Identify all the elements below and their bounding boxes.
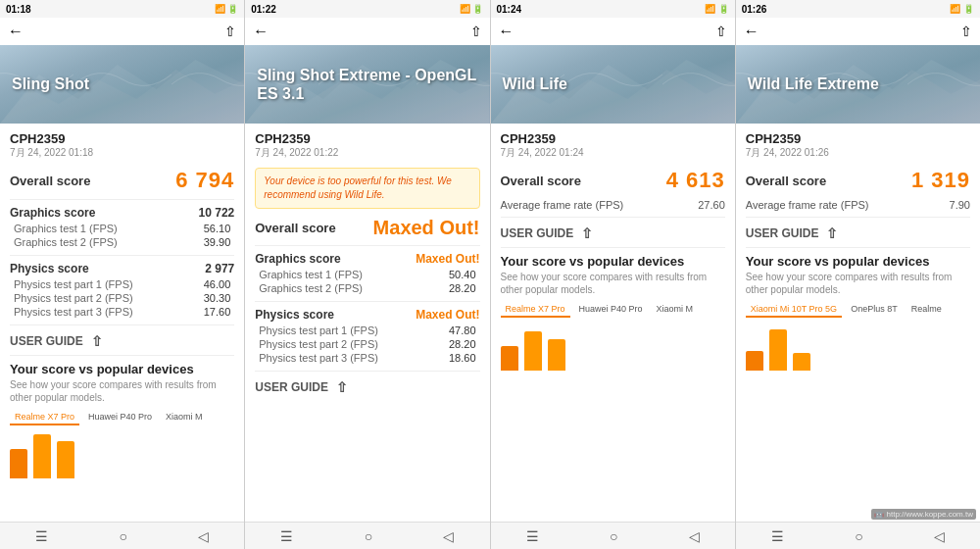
status-icons: 📶 🔋: [215, 4, 239, 14]
score-label: Physics test part 1 (FPS): [259, 324, 378, 336]
nav-icon-2[interactable]: ◁: [934, 528, 945, 544]
nav-icon-2[interactable]: ◁: [689, 528, 700, 544]
hero-title: Wild Life: [503, 75, 568, 93]
share-icon[interactable]: ⇧: [960, 24, 972, 39]
score-label: Graphics test 2 (FPS): [14, 236, 118, 248]
back-icon[interactable]: ←: [8, 23, 24, 40]
popular-subtitle: See how your score compares with results…: [501, 271, 725, 296]
overall-label: Overall score: [501, 174, 581, 188]
bar: [769, 329, 787, 371]
score-value: 39.90: [204, 236, 231, 248]
popular-title: Your score vs popular devices: [10, 362, 234, 376]
nav-icon-2[interactable]: ◁: [443, 528, 454, 544]
score-row-1-2: Physics test part 3 (FPS) 18.60: [255, 351, 479, 365]
overall-value: 6 794: [175, 168, 234, 193]
back-icon[interactable]: ←: [253, 23, 269, 40]
device-tabs: Xiaomi Mi 10T Pro 5GOnePlus 8TRealme: [746, 302, 970, 318]
popular-devices-section: Your score vs popular devices See how yo…: [746, 247, 970, 371]
hero-banner: Sling Shot: [0, 45, 244, 124]
device-tab-2[interactable]: Xiaomi M: [652, 302, 699, 318]
panel-2: 01:22 📶 🔋 ← ⇧ Sling Shot Extreme - OpenG…: [245, 0, 490, 549]
hero-banner: Wild Life Extreme: [736, 45, 980, 124]
status-time: 01:18: [6, 4, 31, 15]
nav-icon-1[interactable]: ○: [610, 528, 617, 544]
bar-item-2: [57, 441, 74, 478]
score-row-0-1: Graphics test 2 (FPS) 39.90: [10, 235, 234, 249]
overall-label: Overall score: [255, 221, 335, 235]
panel-content: CPH2359 7月 24, 2022 01:24 Overall score …: [491, 124, 735, 522]
nav-icon-2[interactable]: ◁: [198, 528, 209, 544]
share-button[interactable]: ⇧: [826, 225, 838, 241]
nav-icon-1[interactable]: ○: [855, 528, 862, 544]
nav-icon-0[interactable]: ☰: [526, 528, 539, 544]
score-label: Physics test part 2 (FPS): [14, 292, 133, 304]
bar-item-2: [793, 353, 810, 371]
popular-title: Your score vs popular devices: [746, 254, 970, 269]
share-icon[interactable]: ⇧: [224, 24, 236, 39]
panels-container: 01:18 📶 🔋 ← ⇧ Sling Shot CPH2359 7月 24, …: [0, 0, 980, 549]
section-label: Physics score: [255, 308, 334, 322]
score-label: Physics test part 1 (FPS): [14, 278, 133, 290]
score-value: 46.00: [204, 278, 231, 290]
score-row-1-1: Physics test part 2 (FPS) 28.20: [255, 337, 479, 351]
user-guide-label: USER GUIDE: [501, 226, 574, 240]
device-tab-0[interactable]: Realme X7 Pro: [10, 410, 79, 425]
score-value: 30.30: [204, 292, 231, 304]
overall-score-row: Overall score 4 613: [501, 168, 725, 193]
section-header-1: Physics score Maxed Out!: [255, 308, 479, 322]
section-value: Maxed Out!: [416, 308, 479, 322]
status-time: 01:22: [251, 4, 276, 15]
bar: [57, 441, 74, 478]
bar-item-0: [746, 351, 763, 371]
score-value: 47.80: [449, 324, 476, 336]
nav-icon-0[interactable]: ☰: [771, 528, 784, 544]
device-tab-1[interactable]: Huawei P40 Pro: [574, 302, 648, 318]
device-date: 7月 24, 2022 01:18: [10, 146, 234, 160]
nav-icon-1[interactable]: ○: [119, 528, 126, 544]
nav-icon-1[interactable]: ○: [365, 528, 372, 544]
user-guide-row: USER GUIDE ⇧: [501, 225, 725, 241]
score-value: 56.10: [204, 223, 231, 234]
bar: [746, 351, 763, 371]
user-guide-label: USER GUIDE: [10, 334, 83, 348]
score-row-0-0: Graphics test 1 (FPS) 56.10: [10, 222, 234, 235]
score-value: 18.60: [449, 352, 476, 364]
device-tab-1[interactable]: Huawei P40 Pro: [83, 410, 157, 425]
avg-fps-row: Average frame rate (FPS) 27.60: [501, 199, 725, 211]
device-tab-2[interactable]: Realme: [906, 302, 947, 318]
user-guide-row: USER GUIDE ⇧: [10, 333, 234, 349]
share-button[interactable]: ⇧: [336, 379, 348, 395]
share-icon[interactable]: ⇧: [470, 24, 482, 39]
nav-icon-0[interactable]: ☰: [280, 528, 293, 544]
overall-score-row: Overall score 1 319: [746, 168, 970, 193]
popular-devices-section: Your score vs popular devices See how yo…: [10, 355, 234, 478]
status-time: 01:26: [742, 4, 767, 15]
share-button[interactable]: ⇧: [581, 225, 593, 241]
device-tab-1[interactable]: OnePlus 8T: [846, 302, 903, 318]
device-tab-2[interactable]: Xiaomi M: [161, 410, 208, 425]
score-row-1-2: Physics test part 3 (FPS) 17.60: [10, 305, 234, 319]
device-tab-0[interactable]: Realme X7 Pro: [501, 302, 570, 318]
score-row-0-1: Graphics test 2 (FPS) 28.20: [255, 281, 479, 295]
section-label: Graphics score: [255, 252, 340, 266]
back-icon[interactable]: ←: [744, 23, 760, 40]
popular-subtitle: See how your score compares with results…: [10, 378, 234, 404]
warning-box: Your device is too powerful for this tes…: [255, 168, 479, 209]
score-row-0-0: Graphics test 1 (FPS) 50.40: [255, 268, 479, 281]
share-icon[interactable]: ⇧: [715, 24, 727, 39]
score-value: 50.40: [449, 269, 476, 280]
status-time: 01:24: [497, 4, 522, 15]
overall-value: 1 319: [911, 168, 970, 193]
overall-score-row: Overall score Maxed Out!: [255, 217, 479, 239]
section-label: Graphics score: [10, 206, 95, 220]
section-header-1: Physics score 2 977: [10, 262, 234, 275]
overall-label: Overall score: [746, 174, 826, 188]
score-row-1-1: Physics test part 2 (FPS) 30.30: [10, 291, 234, 305]
back-icon[interactable]: ←: [499, 23, 514, 40]
overall-value: 4 613: [666, 168, 725, 193]
bottom-nav: ☰○◁: [491, 522, 735, 549]
popular-devices-section: Your score vs popular devices See how yo…: [501, 247, 725, 371]
device-tab-0[interactable]: Xiaomi Mi 10T Pro 5G: [746, 302, 842, 318]
nav-icon-0[interactable]: ☰: [35, 528, 48, 544]
share-button[interactable]: ⇧: [91, 333, 103, 349]
